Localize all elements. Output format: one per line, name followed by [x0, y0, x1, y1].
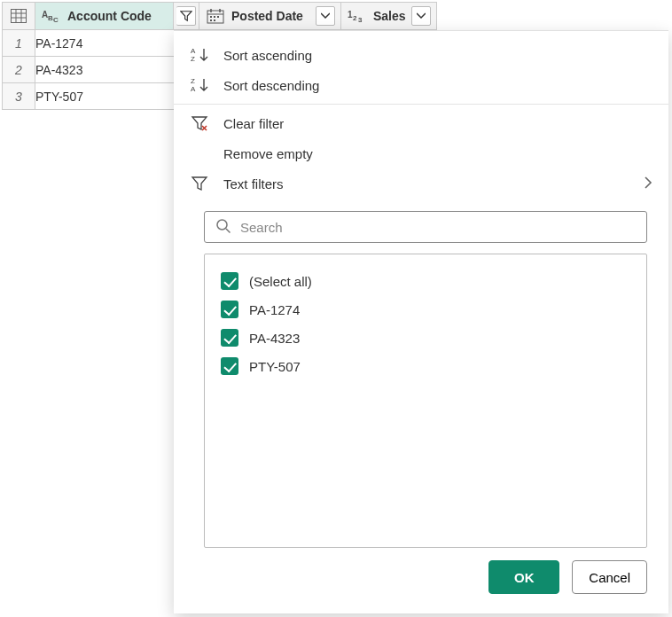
grid-corner[interactable] [3, 3, 35, 30]
text-type-icon: ABC [41, 8, 62, 24]
sort-desc-icon: ZA [190, 75, 211, 95]
svg-rect-13 [214, 16, 215, 18]
row-number[interactable]: 3 [3, 83, 35, 110]
checkbox-checked-icon[interactable] [221, 301, 238, 318]
number-type-icon: 123 [347, 8, 368, 24]
filter-dropdown-panel: AZ Sort ascending ZA Sort descending Cle… [174, 30, 668, 613]
filter-value-row[interactable]: PTY-507 [221, 352, 630, 380]
filter-active-icon [180, 10, 192, 22]
menu-label: Clear filter [223, 116, 284, 131]
cancel-button[interactable]: Cancel [572, 560, 647, 594]
menu-label: Sort descending [223, 78, 319, 93]
chevron-down-icon [417, 12, 426, 20]
svg-point-24 [217, 220, 227, 230]
text-filters-item[interactable]: Text filters [174, 168, 668, 199]
search-input[interactable] [240, 220, 636, 235]
chevron-right-icon [644, 176, 652, 191]
checkbox-label: PA-1274 [249, 302, 300, 317]
checkbox-label: (Select all) [249, 274, 312, 289]
svg-text:Z: Z [191, 77, 195, 85]
ok-button[interactable]: OK [488, 560, 559, 594]
checkbox-checked-icon[interactable] [221, 357, 238, 375]
dropdown-button[interactable] [411, 6, 431, 26]
svg-rect-15 [210, 20, 212, 21]
checkbox-label: PTY-507 [249, 359, 301, 374]
svg-text:A: A [191, 85, 196, 93]
date-type-icon [205, 8, 226, 24]
menu-label: Text filters [223, 176, 284, 191]
column-filter-button-account-code[interactable] [174, 3, 199, 30]
column-label: Posted Date [231, 9, 303, 23]
menu-label: Remove empty [223, 146, 313, 161]
checkbox-label: PA-4323 [249, 331, 300, 346]
column-header-posted-date[interactable]: Posted Date [199, 3, 341, 30]
svg-text:Z: Z [191, 55, 195, 63]
svg-text:3: 3 [358, 16, 363, 23]
funnel-icon [190, 174, 211, 193]
sort-asc-icon: AZ [190, 45, 211, 65]
column-label: Sales [373, 9, 406, 23]
svg-rect-0 [12, 10, 27, 23]
svg-text:2: 2 [353, 14, 357, 22]
svg-rect-12 [210, 16, 212, 18]
menu-separator [174, 104, 668, 105]
filter-values-list[interactable]: (Select all) PA-1274 PA-4323 PTY-507 [204, 254, 647, 548]
svg-line-25 [226, 229, 231, 233]
row-number[interactable]: 2 [3, 57, 35, 83]
sort-descending-item[interactable]: ZA Sort descending [174, 70, 668, 100]
filter-value-row[interactable]: PA-4323 [221, 324, 630, 352]
filter-value-row[interactable]: PA-1274 [221, 295, 630, 324]
sort-ascending-item[interactable]: AZ Sort ascending [174, 40, 668, 70]
svg-text:C: C [53, 16, 59, 23]
svg-rect-14 [217, 16, 219, 18]
checkbox-checked-icon[interactable] [221, 329, 238, 347]
clear-filter-item[interactable]: Clear filter [174, 108, 668, 138]
search-box[interactable] [204, 211, 647, 243]
dropdown-button[interactable] [316, 6, 335, 26]
blank-icon [190, 144, 211, 163]
menu-label: Sort ascending [223, 48, 312, 63]
checkbox-checked-icon[interactable] [221, 272, 238, 290]
column-header-account-code[interactable]: ABC Account Code [35, 3, 174, 30]
svg-text:A: A [191, 47, 196, 55]
remove-empty-item[interactable]: Remove empty [174, 138, 668, 168]
svg-rect-16 [214, 20, 215, 21]
chevron-down-icon [321, 12, 330, 20]
column-label: Account Code [67, 9, 152, 23]
column-header-sales[interactable]: 123 Sales [341, 3, 437, 30]
search-icon [215, 218, 231, 237]
clear-filter-icon [190, 113, 211, 133]
select-all-row[interactable]: (Select all) [221, 267, 630, 295]
row-number[interactable]: 1 [3, 30, 35, 57]
table-icon [8, 8, 29, 24]
